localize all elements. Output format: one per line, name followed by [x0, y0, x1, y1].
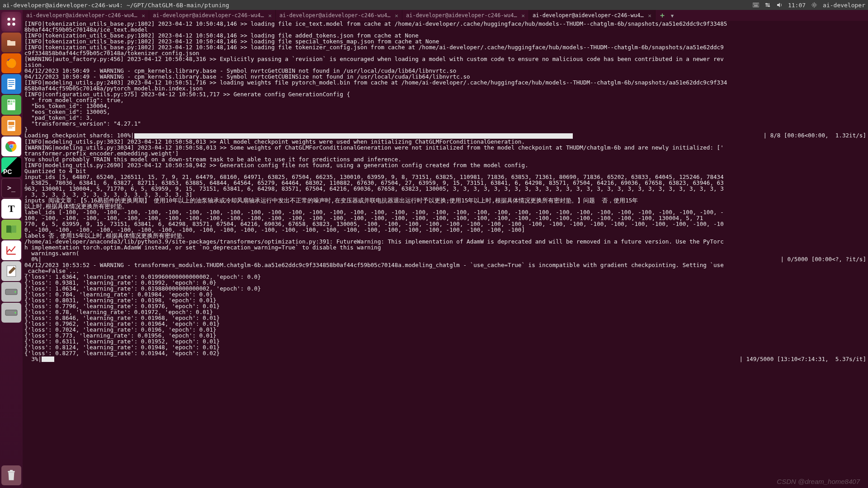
firefox-icon[interactable]: [1, 53, 21, 73]
terminal-tab-4[interactable]: ai-developer@aideveloper-c246-wu4: ~/GPT…: [529, 10, 656, 21]
book-reader-icon[interactable]: [1, 220, 21, 239]
svg-point-10: [12, 23, 15, 25]
close-tab-icon[interactable]: ×: [142, 12, 145, 19]
chrome-icon[interactable]: [1, 136, 21, 156]
svg-rect-16: [9, 86, 13, 87]
svg-rect-26: [9, 127, 13, 128]
terminal-tab-1[interactable]: ai-developer@aideveloper-c246-wu4: ~/GPT…: [149, 10, 276, 21]
svg-rect-22: [10, 103, 12, 105]
svg-rect-24: [9, 122, 14, 125]
svg-rect-39: [10, 470, 13, 471]
graph-analyzer-icon[interactable]: [1, 240, 21, 260]
unity-launcher: PC >_ T: [0, 10, 23, 488]
log-line: "transformers_version": "4.27.1": [24, 120, 141, 127]
svg-rect-3: [756, 4, 757, 5]
terminal-icon[interactable]: >_: [1, 178, 21, 198]
top-menu-bar: ai-developer@aideveloper-c246-wu4: ~/GPT…: [0, 0, 868, 10]
disk-1-icon[interactable]: [1, 282, 21, 302]
user-name[interactable]: ai-developer: [823, 2, 865, 9]
svg-point-6: [813, 4, 816, 6]
svg-rect-21: [8, 103, 9, 105]
trash-icon[interactable]: [1, 465, 21, 485]
svg-rect-15: [9, 84, 14, 85]
svg-point-8: [12, 18, 15, 21]
terminal-tab-0[interactable]: ai-developer@aideveloper-c246-wu4: ~/ela…: [23, 10, 149, 21]
svg-rect-2: [755, 4, 755, 5]
tab-controls: ＋ ▾: [656, 10, 679, 21]
volume-icon[interactable]: [776, 2, 783, 8]
svg-point-37: [15, 312, 16, 314]
close-tab-icon[interactable]: ×: [521, 12, 525, 19]
terminal-output[interactable]: [INFO|tokenization_utils_base.py:1802] 2…: [23, 21, 868, 488]
tab-label: ai-developer@aideveloper-c246-wu4: ~/ela…: [26, 12, 139, 19]
svg-rect-5: [754, 5, 758, 6]
svg-point-34: [15, 291, 16, 293]
watermark-text: CSDN @dream_home8407: [777, 478, 860, 485]
text-editor-icon[interactable]: T: [1, 199, 21, 219]
log-line: [WARNING|auto_factory.py:456] 2023-04-12…: [24, 56, 724, 62]
svg-rect-19: [10, 100, 12, 102]
svg-rect-0: [753, 3, 759, 7]
terminal-tab-2[interactable]: ai-developer@aideveloper-c246-wu4: ~/GPT…: [276, 10, 402, 21]
dash-home-icon[interactable]: [1, 12, 21, 32]
network-icon[interactable]: [764, 2, 771, 8]
writer-icon[interactable]: [1, 74, 21, 94]
gedit-icon[interactable]: [1, 261, 21, 281]
svg-rect-20: [13, 100, 14, 102]
svg-rect-1: [754, 4, 755, 5]
tab-label: ai-developer@aideveloper-c246-wu4: ~/GPT…: [279, 12, 392, 19]
settings-gear-icon[interactable]: [811, 2, 817, 8]
svg-rect-25: [9, 126, 14, 127]
disk-2-icon[interactable]: [1, 303, 21, 323]
tab-label: ai-developer@aideveloper-c246-wu4: ~/.ca…: [406, 12, 519, 19]
svg-rect-4: [757, 4, 758, 5]
svg-point-7: [7, 18, 10, 21]
terminal-tab-bar: ai-developer@aideveloper-c246-wu4: ~/ela…: [23, 10, 868, 21]
impress-icon[interactable]: [1, 116, 21, 136]
tab-label: ai-developer@aideveloper-c246-wu4: ~/GPT…: [153, 12, 265, 19]
window-title: ai-developer@aideveloper-c246-wu4: ~/GPT…: [3, 2, 753, 9]
new-tab-icon[interactable]: ＋: [658, 11, 666, 20]
tab-menu-icon[interactable]: ▾: [668, 11, 676, 20]
close-tab-icon[interactable]: ×: [395, 12, 398, 19]
log-line: 04/12/2023 10:53:52 - WARNING - transfor…: [24, 262, 724, 268]
svg-rect-13: [9, 80, 14, 81]
keyboard-icon[interactable]: [753, 2, 759, 8]
terminal-tab-3[interactable]: ai-developer@aideveloper-c246-wu4: ~/.ca…: [402, 10, 529, 21]
close-tab-icon[interactable]: ×: [648, 12, 651, 19]
log-line: [INFO|modeling_utils.py:2690] 2023-04-12…: [24, 162, 528, 169]
progress-line: 3%|| 149/5000 [13:10<7:14:31, 5.37s/it]: [24, 356, 54, 362]
tab-label: ai-developer@aideveloper-c246-wu4: ~/GPT…: [533, 12, 645, 19]
files-icon[interactable]: [1, 33, 21, 52]
system-tray: 11:07 ai-developer: [753, 2, 865, 9]
svg-point-30: [10, 145, 13, 148]
svg-rect-14: [9, 82, 14, 83]
close-tab-icon[interactable]: ×: [268, 12, 272, 19]
pycharm-icon[interactable]: PC: [1, 157, 21, 177]
svg-point-9: [7, 23, 10, 25]
clock-time[interactable]: 11:07: [788, 2, 806, 9]
svg-rect-18: [8, 100, 9, 102]
calc-icon[interactable]: [1, 95, 21, 115]
